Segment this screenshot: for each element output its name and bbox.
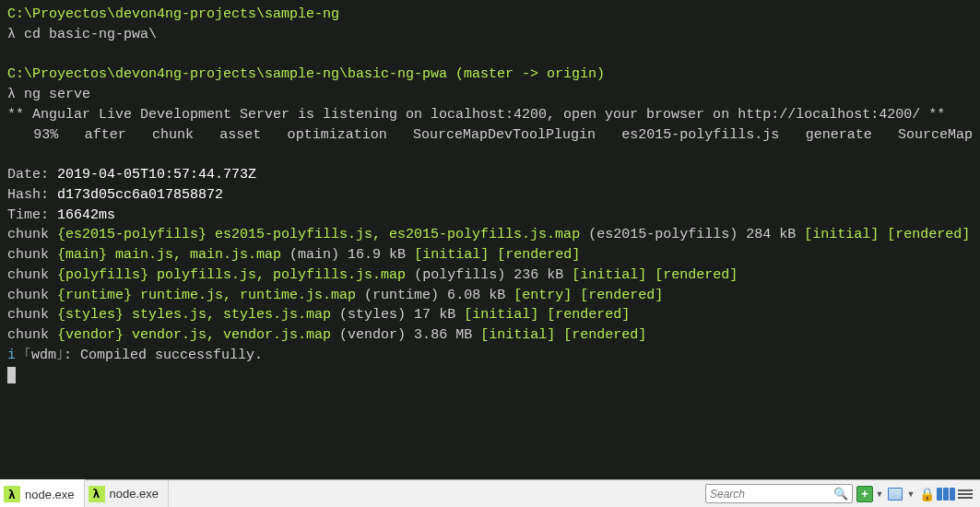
search-input[interactable] bbox=[710, 488, 833, 501]
prompt-symbol: λ bbox=[7, 87, 16, 102]
lambda-icon: λ bbox=[89, 486, 105, 502]
value: 16642ms bbox=[57, 207, 115, 223]
lambda-icon: λ bbox=[4, 486, 20, 502]
prompt-symbol: λ bbox=[7, 27, 16, 42]
label: Hash: bbox=[7, 187, 49, 203]
window-dropdown[interactable]: ▼ bbox=[905, 485, 916, 503]
status-bar: λ node.exe λ node.exe 🔍 + ▼ ▼ 🔒 bbox=[0, 479, 980, 507]
output-line: 93% after chunk asset optimization Sourc… bbox=[7, 125, 973, 146]
chunk-line: chunk {polyfills} polyfills.js, polyfill… bbox=[7, 265, 973, 286]
label: Date: bbox=[7, 167, 49, 183]
cursor bbox=[7, 367, 16, 383]
tab-node-2[interactable]: λ node.exe bbox=[85, 480, 170, 507]
git-branch: (master -> origin) bbox=[455, 66, 605, 82]
terminal-output[interactable]: C:\Proyectos\devon4ng-projects\sample-ng… bbox=[0, 0, 980, 479]
cwd-path: C:\Proyectos\devon4ng-projects\sample-ng… bbox=[7, 66, 447, 82]
output-line: ** Angular Live Development Server is li… bbox=[7, 105, 973, 125]
command-text: ng serve bbox=[24, 87, 90, 102]
chunk-line: chunk {styles} styles.js, styles.js.map … bbox=[7, 305, 973, 325]
value: d173d05cc6a017858872 bbox=[57, 187, 223, 203]
lock-icon[interactable]: 🔒 bbox=[917, 485, 936, 503]
search-icon[interactable]: 🔍 bbox=[833, 487, 848, 501]
chunk-line: chunk {vendor} vendor.js, vendor.js.map … bbox=[7, 325, 973, 346]
info-icon: i bbox=[7, 348, 16, 363]
panels-icon[interactable] bbox=[937, 485, 955, 503]
label: Time: bbox=[7, 207, 49, 223]
search-box[interactable]: 🔍 bbox=[705, 484, 853, 503]
compile-status: : Compiled successfully. bbox=[64, 348, 263, 363]
new-tab-button[interactable]: + bbox=[856, 486, 873, 502]
window-icon[interactable] bbox=[886, 485, 904, 503]
cwd-path: C:\Proyectos\devon4ng-projects\sample-ng bbox=[7, 6, 339, 22]
wdm-label: wdm bbox=[31, 348, 56, 363]
menu-button[interactable] bbox=[956, 485, 974, 503]
tab-label: node.exe bbox=[25, 488, 75, 501]
command-text: cd basic-ng-pwa\ bbox=[24, 27, 157, 42]
tab-node-1[interactable]: λ node.exe bbox=[0, 479, 85, 507]
tab-label: node.exe bbox=[110, 487, 159, 501]
chunk-line: chunk {runtime} runtime.js, runtime.js.m… bbox=[7, 286, 973, 306]
chunk-line: chunk {es2015-polyfills} es2015-polyfill… bbox=[7, 225, 973, 245]
new-tab-dropdown[interactable]: ▼ bbox=[874, 485, 885, 503]
bracket: ｣ bbox=[56, 348, 64, 363]
value: 2019-04-05T10:57:44.773Z bbox=[57, 167, 256, 183]
chunk-line: chunk {main} main.js, main.js.map (main)… bbox=[7, 245, 973, 265]
bracket: ｢ bbox=[24, 348, 31, 363]
